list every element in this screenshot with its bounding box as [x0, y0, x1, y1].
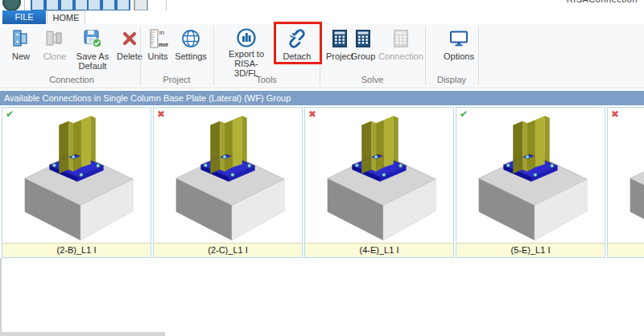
save-as-default-button[interactable]: Save As Default — [72, 27, 113, 78]
status-pass-icon: ✔ — [460, 109, 468, 120]
status-pass-icon: ✔ — [6, 109, 14, 120]
group-label-solve: Solve — [320, 75, 425, 84]
connection-card[interactable]: ✖ (2-C)_L1 I — [153, 107, 303, 258]
quick-access-icon[interactable] — [87, 0, 101, 10]
delete-icon — [118, 27, 142, 51]
quick-access-icon[interactable] — [45, 0, 60, 10]
group-separator — [478, 26, 479, 85]
connection-name: (4-E)_L1 I — [305, 243, 453, 257]
detach-broken-link-icon — [285, 27, 309, 51]
status-fail-icon: ✖ — [611, 109, 619, 120]
units-button[interactable]: in mm Units — [143, 27, 172, 78]
connection-name: (2-C)_L1 I — [154, 243, 302, 257]
window-title: RISAConnection — [567, 0, 638, 4]
quick-access-toolbar: RISAConnection — [0, 0, 644, 10]
quick-access-icon[interactable] — [60, 0, 74, 10]
options-button[interactable]: Options — [441, 27, 477, 78]
solve-connection-icon — [389, 27, 413, 51]
clone-connection-icon — [43, 27, 67, 51]
group-label-tools: Tools — [213, 75, 320, 84]
connection-name: (5-E)_L1 I — [456, 243, 605, 257]
button-label: New — [12, 51, 30, 61]
base-plate-3d-thumbnail — [154, 108, 302, 244]
clone-connection-button[interactable]: Clone — [39, 27, 71, 78]
button-label: Units — [147, 51, 167, 61]
ribbon-tab-row: FILE HOME — [0, 10, 644, 24]
connection-card[interactable]: ✔ (2-B)_L1 I — [2, 107, 151, 258]
settings-globe-icon — [179, 27, 203, 51]
svg-text:mm: mm — [159, 41, 168, 48]
group-label-project: Project — [140, 75, 213, 84]
ribbon: New Clone — [0, 24, 644, 88]
status-fail-icon: ✖ — [157, 109, 165, 120]
new-connection-icon — [9, 27, 33, 51]
base-plate-3d-thumbnail — [305, 108, 453, 244]
connection-name — [608, 243, 644, 257]
button-label: Save As Default — [72, 51, 113, 71]
status-fail-icon: ✖ — [308, 109, 316, 120]
button-label: Detach — [283, 51, 312, 61]
button-label: Delete — [117, 51, 142, 61]
panel-left-border — [0, 258, 2, 336]
svg-text:in: in — [159, 29, 164, 36]
button-label: Group — [351, 51, 376, 61]
app-menu-button[interactable] — [2, 0, 21, 10]
toolbar-separator — [24, 0, 25, 10]
tab-home[interactable]: HOME — [47, 10, 85, 24]
button-label: Clone — [43, 51, 67, 61]
button-label: Connection — [378, 51, 423, 61]
base-plate-3d-thumbnail — [608, 108, 644, 244]
group-label-connection: Connection — [3, 75, 140, 84]
export-to-risa-button[interactable]: Export to RISA-3D/FL — [225, 27, 267, 78]
connection-card[interactable]: ✖ — [607, 107, 644, 258]
tab-file[interactable]: FILE — [2, 10, 46, 24]
button-label: Export to RISA-3D/FL — [225, 49, 267, 78]
settings-button[interactable]: Settings — [172, 27, 209, 78]
horizontal-scrollbar[interactable] — [0, 332, 165, 336]
base-plate-3d-thumbnail — [456, 108, 605, 244]
units-icon: in mm — [146, 27, 170, 51]
new-connection-button[interactable]: New — [5, 27, 37, 78]
quick-access-icon[interactable] — [134, 0, 148, 10]
connection-card[interactable]: ✔ (5-E)_L1 I — [456, 107, 605, 258]
solve-group-button[interactable]: Group — [348, 27, 378, 78]
export-chart-icon — [234, 27, 258, 48]
options-monitor-icon — [447, 27, 471, 51]
quick-access-icon[interactable] — [31, 0, 45, 10]
group-label-display: Display — [425, 75, 478, 84]
save-as-default-icon — [80, 27, 105, 51]
detach-button[interactable]: Detach — [277, 27, 317, 78]
quick-access-icon[interactable] — [101, 0, 116, 10]
app-window: RISAConnection FILE HOME New — [0, 0, 644, 336]
connection-name: (2-B)_L1 I — [2, 243, 151, 257]
quick-access-icon[interactable] — [116, 0, 130, 10]
base-plate-3d-thumbnail — [2, 108, 151, 244]
button-label: Settings — [175, 51, 207, 61]
solve-group-icon — [351, 27, 375, 51]
toolbar-separator — [166, 0, 167, 10]
panel-header: Available Connections in Single Column B… — [0, 91, 644, 105]
button-label: Options — [444, 51, 474, 61]
solve-connection-button[interactable]: Connection — [378, 27, 423, 78]
connection-card[interactable]: ✖ (4-E)_L1 I — [304, 107, 454, 258]
delete-connection-button[interactable]: Delete — [113, 27, 147, 78]
